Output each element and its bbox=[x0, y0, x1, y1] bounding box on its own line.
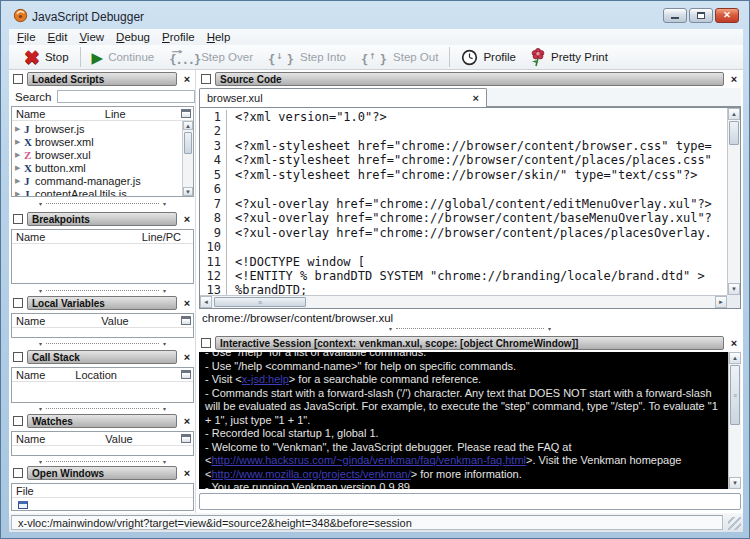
column-location[interactable]: Location bbox=[71, 369, 121, 381]
column-line[interactable]: Line bbox=[101, 108, 130, 120]
column-splitter[interactable] bbox=[195, 70, 196, 513]
scrollbar-thumb[interactable] bbox=[729, 121, 739, 145]
column-name[interactable]: Name bbox=[12, 231, 49, 243]
panel-splitter[interactable]: ▾▾ bbox=[11, 200, 194, 207]
continue-button[interactable]: ▶ Continue bbox=[85, 46, 162, 68]
scroll-left-icon[interactable]: ◄ bbox=[200, 296, 212, 308]
dock-toggle-icon[interactable] bbox=[201, 74, 211, 84]
scrollbar-thumb[interactable] bbox=[184, 132, 192, 154]
dock-toggle-icon[interactable] bbox=[201, 338, 211, 348]
loaded-scripts-columns[interactable]: Name Line bbox=[12, 107, 193, 121]
column-linepc[interactable]: Line/PC bbox=[138, 231, 185, 243]
column-value[interactable]: Value bbox=[101, 433, 136, 445]
script-item[interactable]: ▶Jcommand-manager.js bbox=[12, 174, 182, 187]
twisty-icon[interactable]: ▶ bbox=[15, 125, 24, 133]
dock-toggle-icon[interactable] bbox=[13, 74, 23, 84]
search-input[interactable] bbox=[57, 90, 195, 103]
close-panel-icon[interactable]: × bbox=[180, 73, 194, 85]
dock-toggle-icon[interactable] bbox=[13, 352, 23, 362]
call-stack-columns[interactable]: Name Location bbox=[12, 368, 193, 382]
column-value[interactable]: Value bbox=[97, 315, 132, 327]
profile-button[interactable]: Profile bbox=[454, 46, 523, 68]
twisty-icon[interactable]: ▶ bbox=[15, 177, 24, 185]
scroll-up-icon[interactable]: ▲ bbox=[183, 121, 193, 130]
scroll-down-icon[interactable]: ▼ bbox=[729, 477, 741, 489]
close-button[interactable]: ✕ bbox=[715, 8, 739, 23]
script-item[interactable]: ▶Xbutton.xml bbox=[12, 161, 182, 174]
watches-columns[interactable]: Name Value bbox=[12, 432, 193, 446]
scrollbar-vertical[interactable]: ▲ ▼ bbox=[182, 121, 193, 196]
column-name[interactable]: Name bbox=[12, 108, 49, 120]
menu-edit[interactable]: Edit bbox=[42, 30, 74, 44]
console-link[interactable]: x-jsd:help bbox=[242, 373, 289, 385]
pretty-print-button[interactable]: Pretty Print bbox=[523, 46, 615, 68]
column-picker-icon[interactable] bbox=[181, 434, 191, 443]
title-bar[interactable]: JavaScript Debugger ✕ bbox=[3, 3, 747, 29]
breakpoints-columns[interactable]: Name Line/PC bbox=[12, 230, 193, 244]
panel-splitter[interactable]: ▾▾ bbox=[11, 458, 194, 465]
scrollbar-vertical[interactable]: ▲ ▼ bbox=[727, 108, 740, 295]
panel-splitter[interactable]: ▾▾ bbox=[11, 287, 194, 294]
column-name[interactable]: Name bbox=[12, 315, 49, 327]
dock-toggle-icon[interactable] bbox=[13, 298, 23, 308]
panel-splitter[interactable]: ▾▾ bbox=[11, 405, 194, 412]
close-panel-icon[interactable]: × bbox=[180, 351, 194, 363]
tab-browser-xul[interactable]: browser.xul × bbox=[199, 88, 487, 107]
close-panel-icon[interactable]: × bbox=[727, 337, 741, 349]
script-item[interactable]: ▶JcontentAreaUtils.js bbox=[12, 187, 182, 196]
step-over-button[interactable]: →{...} Step Over bbox=[161, 46, 260, 68]
script-item[interactable]: ▶Xbrowser.xml bbox=[12, 135, 182, 148]
column-name[interactable]: Name bbox=[12, 433, 49, 445]
dock-toggle-icon[interactable] bbox=[13, 416, 23, 426]
open-window-row[interactable] bbox=[12, 498, 193, 511]
scrollbar-thumb[interactable]: ≡ bbox=[730, 365, 740, 425]
close-panel-icon[interactable]: × bbox=[180, 467, 194, 479]
close-panel-icon[interactable]: × bbox=[180, 415, 194, 427]
scroll-up-icon[interactable]: ▲ bbox=[729, 352, 741, 364]
menu-profile[interactable]: Profile bbox=[156, 30, 201, 44]
local-variables-columns[interactable]: Name Value bbox=[12, 314, 193, 328]
scrollbar-horizontal[interactable]: ◄ ≡ ► bbox=[200, 295, 727, 308]
column-picker-icon[interactable] bbox=[181, 316, 191, 325]
scrollbar-vertical[interactable]: ▲ ≡ ▼ bbox=[728, 352, 741, 489]
source-editor[interactable]: 1<?xml version="1.0"?>23<?xml-stylesheet… bbox=[199, 107, 741, 309]
open-windows-columns[interactable]: File bbox=[12, 484, 193, 498]
minimize-button[interactable] bbox=[663, 8, 687, 23]
close-panel-icon[interactable]: × bbox=[727, 73, 741, 85]
console-input[interactable] bbox=[199, 493, 741, 510]
twisty-icon[interactable]: ▶ bbox=[15, 138, 24, 146]
script-item[interactable]: ▶Jbrowser.js bbox=[12, 122, 182, 135]
menu-file[interactable]: File bbox=[11, 30, 42, 44]
close-panel-icon[interactable]: × bbox=[180, 213, 194, 225]
panel-splitter[interactable]: ▾▾ bbox=[199, 325, 741, 332]
column-picker-icon[interactable] bbox=[181, 370, 191, 379]
step-into-button[interactable]: ↓{ } Step Into bbox=[260, 46, 353, 68]
column-picker-icon[interactable] bbox=[181, 109, 191, 118]
dock-toggle-icon[interactable] bbox=[13, 468, 23, 478]
scroll-right-icon[interactable]: ► bbox=[715, 296, 727, 308]
scroll-down-icon[interactable]: ▼ bbox=[728, 283, 740, 295]
column-file[interactable]: File bbox=[12, 485, 38, 497]
twisty-icon[interactable]: ▶ bbox=[15, 151, 24, 159]
console-output[interactable]: - Use "/help" for a list of available co… bbox=[199, 352, 728, 489]
scroll-up-icon[interactable]: ▲ bbox=[728, 108, 740, 120]
tab-close-icon[interactable]: × bbox=[473, 92, 479, 104]
menu-debug[interactable]: Debug bbox=[110, 30, 156, 44]
twisty-icon[interactable]: ▶ bbox=[15, 164, 24, 172]
scroll-down-icon[interactable]: ▼ bbox=[183, 187, 193, 196]
console-link[interactable]: http://www.hacksrus.com/~ginda/venkman/f… bbox=[211, 454, 526, 466]
resize-grip-icon[interactable] bbox=[728, 517, 741, 530]
scrollbar-thumb[interactable]: ≡ bbox=[214, 297, 306, 307]
script-item[interactable]: ▶Zbrowser.xul bbox=[12, 148, 182, 161]
menu-view[interactable]: View bbox=[73, 30, 110, 44]
twisty-icon[interactable]: ▶ bbox=[15, 190, 24, 197]
step-out-button[interactable]: ↑{ } Step Out bbox=[353, 46, 445, 68]
column-name[interactable]: Name bbox=[12, 369, 49, 381]
dock-toggle-icon[interactable] bbox=[13, 214, 23, 224]
close-panel-icon[interactable]: × bbox=[180, 297, 194, 309]
menu-help[interactable]: Help bbox=[201, 30, 237, 44]
maximize-button[interactable] bbox=[689, 8, 713, 23]
stop-button[interactable]: ✖ Stop bbox=[17, 46, 76, 68]
console-link[interactable]: http://www.mozilla.org/projects/venkman/ bbox=[211, 468, 410, 480]
panel-splitter[interactable]: ▾▾ bbox=[11, 340, 194, 347]
